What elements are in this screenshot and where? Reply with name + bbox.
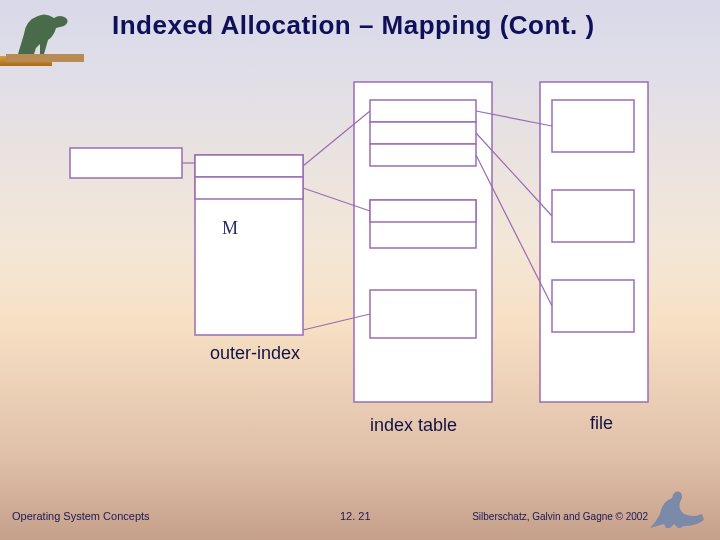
index-block-1-row-0 <box>370 200 476 222</box>
file-block-2 <box>552 280 634 332</box>
footer-book-title: Operating System Concepts <box>12 510 150 522</box>
diagram <box>0 0 720 540</box>
footer-copyright: Silberschatz, Galvin and Gagne © 2002 <box>472 511 648 522</box>
index-block-2 <box>370 290 476 338</box>
outer-index-cell-0 <box>195 155 303 177</box>
index-block-0-row-2 <box>370 144 476 166</box>
label-file: file <box>590 413 613 434</box>
file-block-0 <box>552 100 634 152</box>
outer-index-cell-1 <box>195 177 303 199</box>
sauropod-icon <box>644 484 714 534</box>
directory-entry-box <box>70 148 182 178</box>
label-index-table: index table <box>370 415 457 436</box>
file-block-1 <box>552 190 634 242</box>
footer-page-number: 12. 21 <box>340 510 371 522</box>
index-block-0-row-0 <box>370 100 476 122</box>
index-block-0-row-1 <box>370 122 476 144</box>
vertical-ellipsis-symbol: M <box>222 218 238 239</box>
label-outer-index: outer-index <box>210 343 300 364</box>
slide: Indexed Allocation – Mapping (Cont. ) <box>0 0 720 540</box>
